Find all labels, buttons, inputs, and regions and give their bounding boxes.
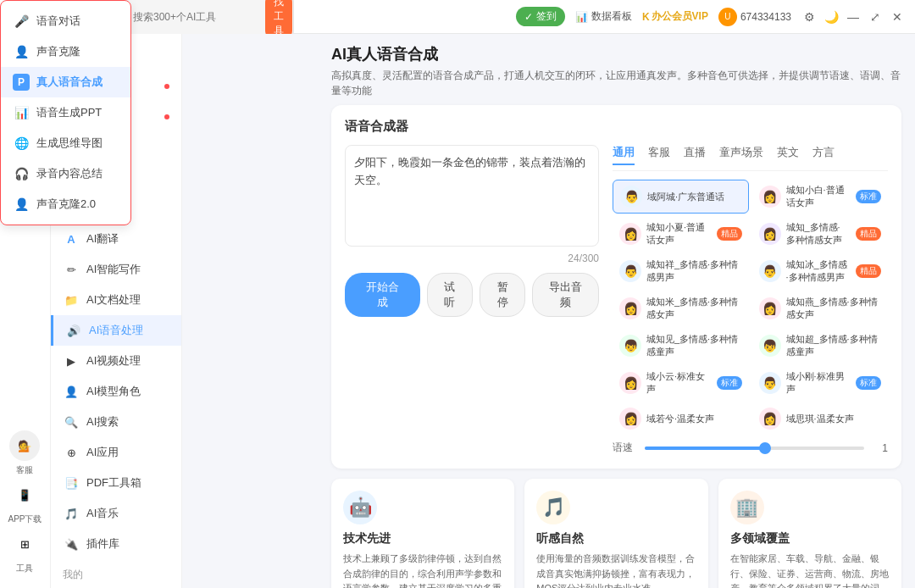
nav-item-ai-write[interactable]: ✏ AI智能写作 [51, 254, 181, 285]
voice-item-v14[interactable]: 👩 域思琪·温柔女声 [752, 403, 889, 434]
tab-service[interactable]: 客服 [648, 145, 670, 165]
voice-item-v3[interactable]: 👩 城知小夏·普通话女声 精品 [613, 217, 749, 251]
nav-item-ai-video[interactable]: ▶ AI视频处理 [51, 346, 181, 376]
nav-item-ai-translate[interactable]: A AI翻译 [51, 224, 181, 254]
user-info[interactable]: U 674334133 [718, 8, 791, 26]
speed-fill [645, 447, 765, 450]
settings-icon[interactable]: ⚙ [801, 9, 817, 25]
voice-tabs: 通用 客服 直播 童声场景 英文 方言 [613, 145, 888, 171]
app-icon: ⊕ [63, 444, 80, 461]
tools-icon: ⊞ [20, 538, 30, 551]
model-icon: 👤 [63, 383, 80, 400]
page-desc: 高拟真度、灵活配置的语音合成产品，打通人机交互的闭环，让应用通真发声。多种音色可… [331, 68, 901, 98]
dashboard-button[interactable]: 📊 数据看板 [575, 9, 632, 24]
nav-item-ai-model[interactable]: 👤 AI模型角色 [51, 376, 181, 407]
app-download-button[interactable]: 📱 [9, 480, 40, 510]
speed-value: 1 [871, 442, 888, 454]
synth-textarea[interactable]: 夕阳下，晚霞如一条金色的锦带，装点着浩瀚的天空。 [345, 145, 599, 247]
voice-item-v2[interactable]: 👩 城知小白·普通话女声 标准 [752, 180, 889, 214]
sidebar-bottom: 💁 客服 📱 APP下载 ⊞ 工具 [8, 430, 42, 581]
title-bar-right: ✓ 签到 📊 数据看板 K 办公会员VIP U 674334133 ⚙ 🌙 — … [516, 7, 905, 26]
voice-avatar-v4: 👩 [759, 223, 781, 245]
service-button[interactable]: 💁 [9, 430, 40, 461]
feature-card-coverage: 🏢 多领域覆盖 在智能家居、车载、导航、金融、银行、保险、证券、运营商、物流、房… [718, 479, 901, 588]
nav-item-ai-voice[interactable]: 🔊 AI语音处理 [51, 315, 181, 346]
voice-item-v10[interactable]: 👦 城知超_多情感·多种情感童声 [752, 329, 889, 363]
voice-name-v8: 城知燕_多情感·多种情感女声 [786, 296, 882, 321]
voice-avatar-v2: 👩 [759, 186, 781, 208]
voice-item-v11[interactable]: 👩 域小云·标准女声 标准 [613, 366, 749, 400]
page-title-area: AI真人语音合成 高拟真度、灵活配置的语音合成产品，打通人机交互的闭环，让应用通… [331, 44, 901, 98]
speed-slider[interactable] [645, 447, 864, 450]
synth-right: 通用 客服 直播 童声场景 英文 方言 👨 [613, 145, 888, 455]
voice-avatar-v3: 👩 [619, 223, 641, 245]
voice-avatar-v1: 👨 [620, 186, 642, 208]
voice-name-v5: 城知祥_多情感·多种情感男声 [646, 258, 742, 284]
voice-item-v9[interactable]: 👦 城知见_多情感·多种情感童声 [613, 329, 749, 363]
speed-label: 语速 [613, 441, 638, 455]
voice-avatar-v8: 👩 [759, 297, 781, 319]
voice-avatar-v13: 👩 [619, 408, 641, 430]
feature-card-natural: 🎵 听感自然 使用海量的音频数据训练发音模型，合成音真实饱满抑扬顿挫，富有表现力… [524, 479, 707, 588]
tab-child[interactable]: 童声场景 [719, 145, 763, 165]
nav-item-ai-doc[interactable]: 📁 AI文档处理 [51, 285, 181, 315]
video-icon: ▶ [63, 352, 80, 369]
nav-label-pdf: PDF工具箱 [86, 475, 141, 491]
voice-name-v4: 城知_多情感·多种情感女声 [786, 221, 850, 247]
voice-item-v5[interactable]: 👨 城知祥_多情感·多种情感男声 [613, 254, 749, 288]
voice-item-v8[interactable]: 👩 城知燕_多情感·多种情感女声 [752, 291, 889, 325]
voice-item-v1[interactable]: 👨 域阿城·广东普通话 [613, 180, 749, 214]
title-bar: 边 边界AI平台 🔍 找工具 ✓ 签到 📊 数据看板 K 办公会员VIP U 6… [0, 0, 915, 34]
nav-item-my[interactable]: 我的 [51, 559, 181, 588]
search-nav-icon: 🔍 [63, 413, 80, 430]
speed-handle[interactable] [759, 442, 771, 454]
export-button[interactable]: 导出音频 [532, 273, 599, 317]
nav-item-plugin[interactable]: 🔌 插件库 [51, 529, 181, 559]
voice-item-v13[interactable]: 👩 域若兮·温柔女声 [613, 403, 749, 434]
content-wrapper: 🎤 语音对话 👤 声音克隆 P 真人语音合成 📊 语音生成PPT 🌐 [182, 34, 915, 588]
app-download-icon: 📱 [18, 489, 31, 502]
voice-avatar-v12: 👨 [759, 372, 781, 394]
bar-chart-icon: 📊 [575, 11, 588, 23]
feature-title-coverage: 多领域覆盖 [730, 531, 890, 546]
feature-card-tech: 🤖 技术先进 技术上兼顾了多级韵律停顿，达到自然合成韵律的目的，综合利用声学参数… [331, 479, 514, 588]
pause-button[interactable]: 暂停 [480, 273, 525, 317]
voice-name-v2: 城知小白·普通话女声 [786, 184, 850, 209]
feature-icon-natural: 🎵 [536, 491, 570, 524]
voice-item-v6[interactable]: 👨 城知冰_多情感·多种情感男声 精品 [752, 254, 889, 288]
voice-name-v7: 城知米_多情感·多种情感女声 [646, 296, 742, 321]
moon-icon[interactable]: 🌙 [824, 9, 839, 25]
feature-cards: 🤖 技术先进 技术上兼顾了多级韵律停顿，达到自然合成韵律的目的，综合利用声学参数… [331, 479, 901, 588]
voice-avatar-v7: 👩 [619, 297, 641, 319]
tab-dialect[interactable]: 方言 [812, 145, 835, 165]
nav-item-ai-search[interactable]: 🔍 AI搜索 [51, 407, 181, 437]
synth-buttons: 开始合成 试听 暂停 导出音频 [345, 273, 599, 317]
vip-button[interactable]: K 办公会员VIP [642, 9, 708, 24]
nav-item-ai-app[interactable]: ⊕ AI应用 [51, 437, 181, 468]
voice-avatar-v9: 👦 [619, 335, 641, 357]
nav-item-pdf[interactable]: 📑 PDF工具箱 [51, 468, 181, 498]
page-title: AI真人语音合成 [331, 44, 901, 64]
content-area: 🎤 语音对话 👤 声音克隆 P 真人语音合成 📊 语音生成PPT 🌐 [182, 34, 915, 588]
sign-button[interactable]: ✓ 签到 [516, 7, 565, 26]
search-input[interactable] [133, 11, 260, 23]
sign-check-icon: ✓ [524, 11, 533, 23]
minimize-icon[interactable]: — [846, 9, 861, 25]
preview-button[interactable]: 试听 [427, 273, 473, 317]
tools-button[interactable]: ⊞ [9, 529, 40, 559]
feature-desc-coverage: 在智能家居、车载、导航、金融、银行、保险、证券、运营商、物流、房地产、教育等众多… [730, 552, 890, 588]
voice-icon: 🔊 [65, 322, 82, 339]
voice-item-v12[interactable]: 👨 域小刚·标准男声 标准 [752, 366, 889, 400]
voice-item-v4[interactable]: 👩 城知_多情感·多种情感女声 精品 [752, 217, 889, 251]
nav-label-doc: AI文档处理 [86, 292, 141, 308]
tab-english[interactable]: 英文 [777, 145, 799, 165]
voice-item-v7[interactable]: 👩 城知米_多情感·多种情感女声 [613, 291, 749, 325]
close-icon[interactable]: ✕ [890, 9, 905, 25]
tab-general[interactable]: 通用 [613, 145, 635, 165]
maximize-icon[interactable]: ⤢ [868, 9, 883, 25]
tab-live[interactable]: 直播 [684, 145, 706, 165]
nav-item-ai-music[interactable]: 🎵 AI音乐 [51, 498, 181, 529]
voice-avatar-v6: 👨 [759, 260, 781, 282]
start-synth-button[interactable]: 开始合成 [345, 273, 420, 317]
voice-name-v10: 城知超_多情感·多种情感童声 [786, 333, 882, 358]
